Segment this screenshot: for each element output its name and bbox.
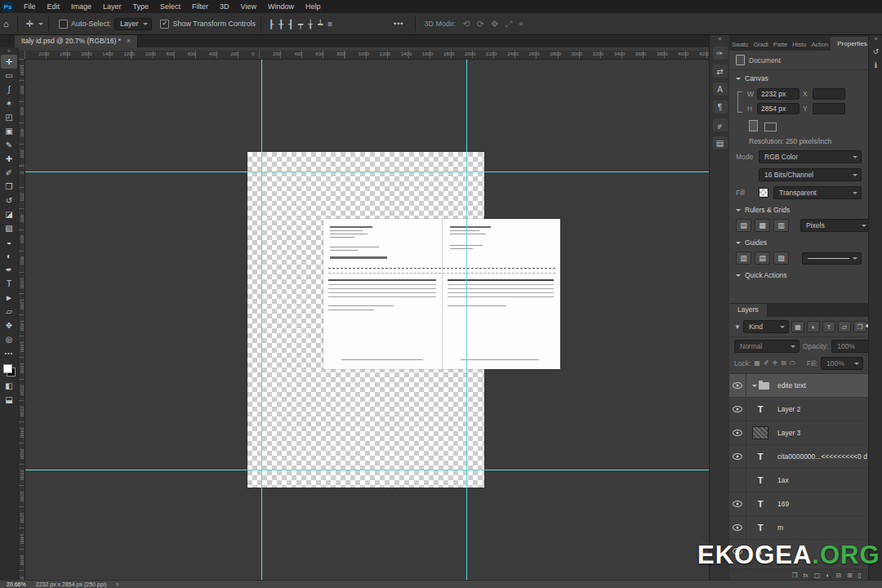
guide-horizontal[interactable]	[24, 470, 709, 470]
vertical-ruler[interactable]: 1000800600400200020040060080010001200140…	[18, 59, 25, 581]
info-panel-icon[interactable]: ℹ	[871, 60, 881, 70]
foreground-color-swatch[interactable]	[3, 364, 12, 373]
units-dropdown[interactable]: Pixels	[800, 219, 871, 232]
layer-visibility-toggle[interactable]	[729, 445, 746, 468]
align-vertical-centers-icon[interactable]: ╁	[305, 20, 315, 29]
menu-3d[interactable]: 3D	[214, 0, 235, 13]
layer-row[interactable]: TLayer 2	[729, 398, 868, 421]
layers-add-layer-mask-icon[interactable]: ▢	[814, 572, 821, 579]
link-dimensions-icon[interactable]	[737, 91, 742, 113]
blend-mode-dropdown[interactable]: Normal	[734, 340, 800, 353]
marquee-tool[interactable]: ▭	[1, 69, 17, 82]
layers-delete-layer-icon[interactable]: ▯	[858, 572, 862, 579]
gradient-tool[interactable]: ▧	[1, 221, 17, 235]
status-arrow-icon[interactable]: ›	[117, 581, 118, 587]
healing-brush-tool[interactable]: ✚	[1, 152, 17, 166]
lock-artboard-icon[interactable]: ⊞	[781, 359, 786, 368]
canvas-area[interactable]	[24, 59, 709, 581]
document-tab[interactable]: Italy id.psd @ 20.7% (RGB/16) * ×	[15, 34, 138, 47]
eraser-tool[interactable]: ◪	[1, 207, 17, 221]
tool-preset-chevron-icon[interactable]	[38, 23, 43, 28]
3d-slide-icon[interactable]: ⤢	[501, 19, 515, 29]
lock-transparency-icon[interactable]: ▦	[754, 359, 760, 368]
3d-orbit-icon[interactable]: ⟲	[459, 19, 473, 29]
clone-stamp-tool[interactable]: ❐	[1, 180, 17, 194]
horizontal-ruler[interactable]: 2000180016001400120010008006004002000200…	[24, 51, 709, 60]
move-tool[interactable]: ✛	[1, 55, 17, 69]
edit-toolbar-icon[interactable]: •••	[1, 346, 17, 360]
blur-tool[interactable]: ◒	[1, 235, 17, 249]
lock-guides-icon[interactable]: ▤	[755, 252, 770, 265]
layers-tab[interactable]: Layers	[729, 304, 767, 317]
3d-roll-icon[interactable]: ⟳	[474, 19, 488, 29]
color-mode-dropdown[interactable]: RGB Color	[759, 150, 862, 163]
shape-tool[interactable]: ▱	[1, 305, 17, 318]
history-brush-tool[interactable]: ↺	[1, 194, 17, 207]
align-left-edges-icon[interactable]: ┠	[266, 20, 276, 29]
layer-visibility-toggle[interactable]	[729, 492, 746, 515]
history-panel-icon[interactable]: ↺	[871, 46, 881, 56]
auto-select-target-dropdown[interactable]: Layer	[114, 18, 153, 30]
libraries-panel-icon[interactable]: ▤	[713, 136, 728, 149]
height-field[interactable]: 2854 px	[757, 103, 800, 114]
lock-all-icon[interactable]: ⬭	[790, 359, 795, 368]
layer-visibility-toggle[interactable]	[729, 516, 746, 539]
layer-thumbnail[interactable]	[746, 382, 774, 390]
layers-new-group-icon[interactable]: ⊟	[835, 572, 841, 579]
layer-row[interactable]: T1ax	[729, 469, 868, 492]
3d-pan-icon[interactable]: ✥	[488, 19, 501, 29]
guides-section-header[interactable]: Guides	[729, 234, 868, 251]
align-horizontal-centers-icon[interactable]: ╂	[276, 20, 286, 29]
x-field[interactable]	[813, 88, 845, 100]
lasso-tool[interactable]: ʃ	[1, 82, 17, 96]
zoom-tool[interactable]: ◎	[1, 332, 17, 346]
toggle-snap-icon[interactable]: ▥	[773, 219, 789, 232]
panel-tab-patte[interactable]: Patte	[771, 38, 791, 51]
panel-tab-properties[interactable]: Properties	[831, 37, 868, 51]
menu-edit[interactable]: Edit	[42, 0, 66, 13]
expand-dock-icon[interactable]: «	[718, 34, 721, 44]
layer-row[interactable]: Tcita0000000...<<<<<<<<<0 d	[729, 445, 868, 469]
layers-adjustment-layer-icon[interactable]: ◐	[826, 572, 830, 579]
guide-horizontal[interactable]	[24, 172, 709, 172]
expand-right-dock-icon[interactable]: »	[874, 34, 877, 44]
menu-layer[interactable]: Layer	[97, 0, 127, 13]
3d-zoom-icon[interactable]: ⌖	[515, 19, 527, 29]
new-guide-layout-icon[interactable]: ▥	[736, 252, 751, 265]
lock-pixels-icon[interactable]: ✐	[764, 359, 769, 368]
clear-guides-icon[interactable]: ▧	[773, 252, 789, 265]
filter-shape-layers-icon[interactable]: ▱	[838, 321, 851, 332]
bit-depth-dropdown[interactable]: 16 Bits/Channel	[759, 168, 862, 181]
character-panel-icon[interactable]: A	[713, 82, 728, 96]
hand-tool[interactable]: ✥	[1, 318, 17, 332]
lock-position-icon[interactable]: ✛	[773, 359, 778, 368]
guide-vertical[interactable]	[261, 59, 262, 581]
layer-row[interactable]: Layer 3	[729, 421, 868, 445]
quick-mask-icon[interactable]: ◧	[1, 379, 17, 393]
fill-dropdown[interactable]: Transparent	[773, 186, 862, 199]
glyphs-panel-icon[interactable]: ℊ	[713, 118, 728, 131]
canvas-section-header[interactable]: Canvas	[729, 70, 868, 87]
current-tool-icon[interactable]: ✛	[23, 19, 37, 29]
width-field[interactable]: 2232 px	[757, 88, 800, 100]
portrait-orientation-icon[interactable]	[749, 120, 758, 131]
layers-layer-effects-icon[interactable]: fx	[804, 572, 808, 579]
layer-visibility-toggle[interactable]	[729, 374, 746, 397]
filter-pixel-layers-icon[interactable]: ▦	[791, 321, 804, 332]
brush-settings-panel-icon[interactable]: ✑	[713, 47, 728, 60]
menu-image[interactable]: Image	[65, 0, 97, 13]
layers-new-layer-icon[interactable]: ⊞	[847, 572, 853, 579]
layer-row[interactable]: edite text	[729, 374, 868, 398]
auto-select-checkbox[interactable]	[59, 20, 68, 29]
dodge-tool[interactable]: ◐	[1, 249, 17, 263]
layers-link-layers-icon[interactable]: ❐	[791, 572, 797, 579]
menu-view[interactable]: View	[235, 0, 262, 13]
panel-tab-swatc[interactable]: Swatc	[729, 38, 751, 51]
toggle-grid-icon[interactable]: ▦	[755, 219, 770, 232]
crop-tool[interactable]: ◰	[1, 110, 17, 124]
filter-smart-objects-icon[interactable]: ❐	[853, 321, 866, 332]
panel-tab-action[interactable]: Action	[808, 38, 831, 51]
landscape-orientation-icon[interactable]	[764, 122, 777, 131]
quick-actions-section-header[interactable]: Quick Actions	[729, 267, 868, 283]
guide-style-dropdown[interactable]	[802, 252, 862, 265]
